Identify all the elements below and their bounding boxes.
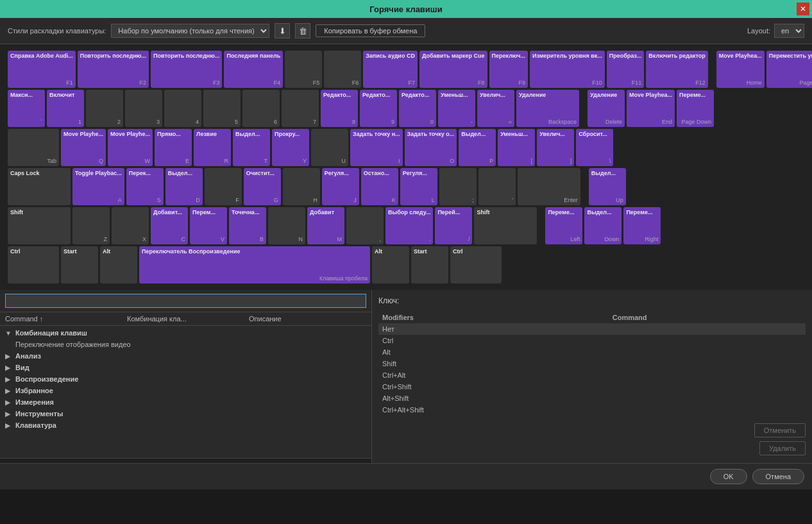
key-right[interactable]: Переме...Right xyxy=(623,207,661,244)
modifier-row-altshift[interactable]: Alt+Shift xyxy=(378,393,806,404)
key-f6[interactable]: F6 xyxy=(324,51,361,88)
key-7[interactable]: 7 xyxy=(282,90,319,127)
key-f5[interactable]: F5 xyxy=(285,51,322,88)
modifier-row-none[interactable]: Нет xyxy=(378,323,806,335)
key-6[interactable]: 6 xyxy=(242,90,280,127)
key-f1[interactable]: Справка Adobe Audi...F1 xyxy=(8,51,76,88)
key-lbracket[interactable]: Уменьш...[ xyxy=(498,129,535,166)
key-backslash[interactable]: Сбросит...\ xyxy=(576,129,613,166)
key-f10[interactable]: Измеритель уровня вк...F10 xyxy=(530,51,605,88)
key-b[interactable]: Точечна...B xyxy=(229,207,266,244)
key-rstart[interactable]: Start xyxy=(411,246,448,283)
key-1[interactable]: Включит1 xyxy=(47,90,84,127)
tree-item-video-toggle[interactable]: Переключение отображения видео xyxy=(0,339,371,350)
key-d[interactable]: Выдел...D xyxy=(165,168,203,205)
key-slash[interactable]: Перей.../ xyxy=(435,207,472,244)
key-lshift[interactable]: Shift xyxy=(8,207,71,244)
key-p[interactable]: Выдел...P xyxy=(459,129,496,166)
key-2[interactable]: 2 xyxy=(86,90,123,127)
key-f12[interactable]: Включить редакторF12 xyxy=(646,51,707,88)
key-ralt[interactable]: Alt xyxy=(372,246,409,283)
key-f8[interactable]: Добавить маркер CueF8 xyxy=(419,51,487,88)
key-rctrl[interactable]: Ctrl xyxy=(450,246,502,283)
key-z[interactable]: Z xyxy=(72,207,110,244)
key-tab[interactable]: Tab xyxy=(8,129,59,166)
tree-item-playback[interactable]: ▶ Воспроизведение xyxy=(0,373,371,385)
key-f7[interactable]: Запись аудио CDF7 xyxy=(363,51,418,88)
key-f11[interactable]: Преобраз...F11 xyxy=(607,51,645,88)
layout-select[interactable]: Набор по умолчанию (только для чтения) xyxy=(111,24,269,38)
tree-item-analysis[interactable]: ▶ Анализ xyxy=(0,350,371,362)
key-8[interactable]: Редакто...8 xyxy=(321,90,358,127)
key-f2[interactable]: Повторить последню...F2 xyxy=(78,51,149,88)
modifier-row-ctrlaltshift[interactable]: Ctrl+Alt+Shift xyxy=(378,404,806,416)
key-5[interactable]: 5 xyxy=(203,90,241,127)
key-y[interactable]: Прокру...Y xyxy=(272,129,309,166)
tree-item-tools[interactable]: ▶ Инструменты xyxy=(0,408,371,419)
key-backspace[interactable]: УдалениеBackspace xyxy=(516,90,579,127)
cancel-button[interactable]: Отмена xyxy=(752,469,804,484)
key-rshift[interactable]: Shift xyxy=(474,207,537,244)
tree-item-keyboard[interactable]: ▶ Клавиатура xyxy=(0,419,371,431)
scrollbar[interactable] xyxy=(0,458,371,463)
key-delete[interactable]: УдалениеDelete xyxy=(588,90,625,127)
key-lstart[interactable]: Start xyxy=(61,246,98,283)
key-f[interactable]: F xyxy=(205,168,242,205)
key-e[interactable]: Прямо...E xyxy=(155,129,192,166)
key-period[interactable]: Выбор следу.... xyxy=(385,207,433,244)
key-quote[interactable]: ' xyxy=(478,168,516,205)
key-f4[interactable]: Последняя панельF4 xyxy=(224,51,283,88)
tree-item-view[interactable]: ▶ Вид xyxy=(0,362,371,373)
key-enter[interactable]: Enter xyxy=(518,168,580,205)
key-backtick[interactable]: Макси...` xyxy=(8,90,45,127)
key-semicolon[interactable]: ; xyxy=(439,168,477,205)
tree-item-favorites[interactable]: ▶ Избранное xyxy=(0,385,371,396)
key-rbracket[interactable]: Увелич...] xyxy=(537,129,574,166)
key-c[interactable]: Добавит...C xyxy=(151,207,188,244)
download-icon-btn[interactable]: ⬇ xyxy=(275,23,290,38)
key-h[interactable]: H xyxy=(283,168,320,205)
modifier-row-shift[interactable]: Shift xyxy=(378,358,806,369)
key-left[interactable]: Переме...Left xyxy=(545,207,582,244)
key-j[interactable]: Регуля...J xyxy=(322,168,359,205)
tree-item-measurements[interactable]: ▶ Измерения xyxy=(0,396,371,408)
key-down[interactable]: Выдел...Down xyxy=(584,207,622,244)
key-capslock[interactable]: Caps Lock xyxy=(8,168,71,205)
key-l[interactable]: Регуля...L xyxy=(400,168,437,205)
key-pageup[interactable]: Переместить ука...Page Up xyxy=(766,51,812,88)
key-comma[interactable]: , xyxy=(346,207,384,244)
key-k[interactable]: Остано...K xyxy=(361,168,398,205)
key-3[interactable]: 3 xyxy=(125,90,162,127)
modifier-row-ctrl[interactable]: Ctrl xyxy=(378,335,806,346)
key-end[interactable]: Move Playhea...End xyxy=(627,90,675,127)
close-button[interactable]: ✕ xyxy=(797,3,809,15)
copy-clipboard-btn[interactable]: Копировать в буфер обмена xyxy=(316,24,425,37)
key-u[interactable]: U xyxy=(311,129,348,166)
key-o[interactable]: Задать точку о...O xyxy=(405,129,457,166)
key-r[interactable]: ЛезвиеR xyxy=(194,129,231,166)
key-t[interactable]: Выдел...T xyxy=(233,129,270,166)
key-space[interactable]: Переключатель Воспроизведение Клавиша пр… xyxy=(139,246,370,283)
modifier-row-ctrlshift[interactable]: Ctrl+Shift xyxy=(378,381,806,393)
key-up[interactable]: Выдел...Up xyxy=(589,168,626,205)
key-g[interactable]: Очистит...G xyxy=(244,168,281,205)
key-a[interactable]: Toggle Playbac...A xyxy=(72,168,124,205)
key-0[interactable]: Редакто...0 xyxy=(399,90,436,127)
key-n[interactable]: N xyxy=(268,207,305,244)
key-home[interactable]: Move Playhea...Home xyxy=(716,51,765,88)
modifier-row-alt[interactable]: Alt xyxy=(378,346,806,358)
key-equals[interactable]: Увелич...= xyxy=(477,90,514,127)
key-pagedown[interactable]: Переме...Page Down xyxy=(677,90,714,127)
key-lctrl[interactable]: Ctrl xyxy=(8,246,59,283)
key-minus[interactable]: Уменьш...- xyxy=(438,90,475,127)
modifier-row-ctrlalt[interactable]: Ctrl+Alt xyxy=(378,369,806,381)
key-9[interactable]: Редакто...9 xyxy=(360,90,397,127)
layout-right-select[interactable]: en xyxy=(774,24,804,38)
ok-button[interactable]: OK xyxy=(710,469,747,484)
key-f9[interactable]: Переключ...F9 xyxy=(489,51,528,88)
key-x[interactable]: X xyxy=(112,207,149,244)
key-v[interactable]: Перем...V xyxy=(190,207,227,244)
key-i[interactable]: Задать точку н...I xyxy=(350,129,403,166)
key-q[interactable]: Move Playhe...Q xyxy=(61,129,106,166)
key-lalt[interactable]: Alt xyxy=(100,246,137,283)
